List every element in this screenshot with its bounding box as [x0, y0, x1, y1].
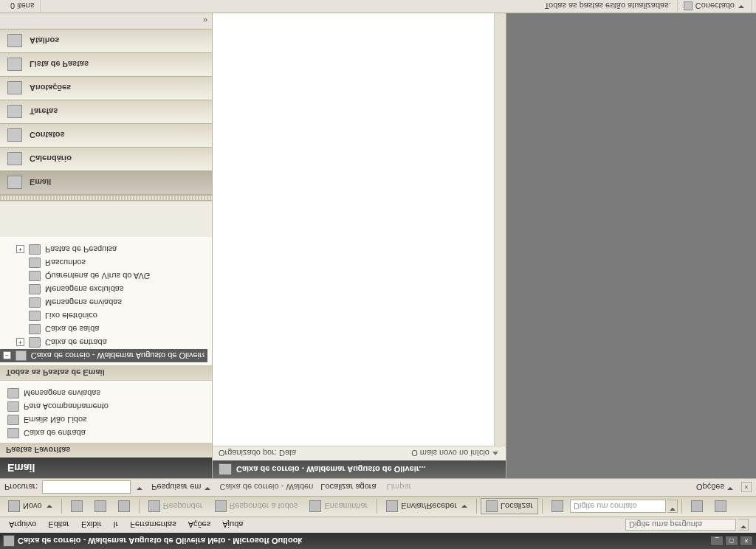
- print-button[interactable]: [66, 499, 88, 515]
- minimize-button[interactable]: _: [710, 536, 724, 546]
- stack-configure[interactable]: »: [0, 13, 212, 30]
- status-item-count: 0 itens: [4, 0, 41, 13]
- search-in-label: Pesquisar em: [151, 483, 201, 492]
- menu-ferramentas[interactable]: Ferramentas: [124, 519, 182, 531]
- favorite-label: Para Acompanhamento: [24, 402, 109, 411]
- status-updated: Todas as pastas estão atualizadas.: [539, 0, 678, 13]
- resize-gripper[interactable]: [0, 195, 212, 201]
- help-button[interactable]: [686, 499, 708, 515]
- favorite-sent[interactable]: Mensagens enviadas: [4, 387, 207, 400]
- contact-dropdown-icon[interactable]: [667, 500, 678, 514]
- reply-button[interactable]: Responder: [143, 499, 208, 515]
- status-bar: 0 itens Todas as pastas estão atualizada…: [0, 0, 756, 13]
- clear-button[interactable]: Limpar: [384, 482, 415, 494]
- help-search-input[interactable]: [625, 519, 736, 531]
- shortcuts-icon: [7, 35, 22, 48]
- favorite-label: Mensagens enviadas: [24, 389, 100, 398]
- separator: [61, 500, 62, 514]
- find-now-button[interactable]: Localizar agora: [317, 482, 379, 494]
- all-folders-title: Todas as Pastas de Email: [0, 365, 212, 380]
- folder-icon: [29, 284, 41, 294]
- menu-arquivo[interactable]: Arquivo: [3, 519, 42, 531]
- reply-label: Responder: [163, 503, 203, 511]
- delete-button[interactable]: [113, 499, 135, 515]
- options-label: Opções: [696, 483, 724, 492]
- help-search-dropdown-icon[interactable]: [738, 519, 749, 531]
- stack-contacts[interactable]: Contatos: [0, 124, 212, 148]
- maximize-button[interactable]: □: [725, 536, 738, 546]
- move-button[interactable]: [89, 499, 111, 515]
- search-folder-icon: [7, 401, 19, 412]
- stack-tasks[interactable]: Tarefas: [0, 100, 212, 124]
- folder-label: Pastas de Pesquisa: [45, 245, 117, 254]
- menu-ajuda[interactable]: Ajuda: [216, 519, 249, 531]
- contact-input[interactable]: Digite um contato: [570, 500, 666, 514]
- menu-exibir[interactable]: Exibir: [75, 519, 108, 531]
- stack-mail[interactable]: Email: [0, 171, 212, 195]
- stack-notes[interactable]: Anotações: [0, 77, 212, 100]
- forward-button[interactable]: Encaminhar: [304, 499, 373, 515]
- folder-search-folders[interactable]: +Pastas de Pesquisa: [13, 243, 207, 256]
- folder-inbox[interactable]: +Caixa de entrada: [13, 336, 207, 349]
- folder-label: Mensagens enviadas: [45, 298, 122, 307]
- find-close-button[interactable]: ×: [741, 483, 752, 493]
- folder-sent[interactable]: Mensagens enviadas: [13, 296, 207, 309]
- find-button[interactable]: Localizar: [481, 499, 538, 515]
- menu-bar: Arquivo Editar Exibir Ir Ferramentas Açõ…: [0, 517, 756, 533]
- collapse-icon[interactable]: −: [3, 352, 11, 360]
- folder-label: Caixa de saída: [45, 325, 99, 334]
- menu-acoes[interactable]: Ações: [182, 519, 217, 531]
- search-in-button[interactable]: Pesquisar em: [148, 482, 213, 494]
- options-button[interactable]: Opções: [693, 482, 737, 494]
- folder-junk[interactable]: Lixo eletrônico: [13, 309, 207, 322]
- chevron-down-icon: [738, 3, 745, 10]
- connection-icon: [684, 2, 693, 11]
- favorite-followup[interactable]: Para Acompanhamento: [4, 400, 207, 413]
- sort-newest: O mais novo no início: [411, 449, 489, 458]
- menu-editar[interactable]: Editar: [42, 519, 75, 531]
- folder-avg-quarantine[interactable]: Quarentena de Vírus do AVG: [13, 269, 207, 283]
- stack-folder-list[interactable]: Lista de Pastas: [0, 53, 212, 77]
- expand-icon[interactable]: +: [16, 246, 24, 254]
- find-input[interactable]: [42, 481, 131, 494]
- reply-all-button[interactable]: Responder a todos: [210, 499, 303, 515]
- close-button[interactable]: ×: [740, 536, 753, 546]
- chevron-down-icon[interactable]: [47, 504, 52, 510]
- favorite-unread[interactable]: Emails Não Lidos: [4, 413, 207, 427]
- arranged-by: Organizado por: Data: [219, 449, 296, 458]
- chevron-down-icon[interactable]: [461, 504, 467, 510]
- forward-icon: [309, 501, 321, 513]
- folder-icon: [7, 428, 19, 438]
- menu-ir[interactable]: Ir: [108, 519, 125, 531]
- separator: [681, 500, 682, 514]
- new-button[interactable]: Novo: [3, 499, 58, 515]
- find-bar: Procurar: Pesquisar em Caixa de correio …: [0, 478, 756, 496]
- folder-list-icon: [7, 58, 22, 72]
- folder-drafts[interactable]: Rascunhos: [13, 256, 207, 269]
- calendar-icon: [7, 153, 22, 166]
- find-input-dropdown-icon[interactable]: [135, 483, 144, 492]
- expand-icon[interactable]: +: [16, 339, 24, 347]
- folder-icon: [7, 388, 19, 398]
- favorite-inbox[interactable]: Caixa de entrada: [4, 427, 207, 440]
- spacer: [16, 312, 24, 320]
- flag-button[interactable]: [709, 499, 732, 515]
- separator: [377, 500, 377, 514]
- folder-deleted[interactable]: Mensagens excluídas: [13, 283, 207, 296]
- folder-root[interactable]: − Caixa de correio - Waldemar Augusto de…: [0, 349, 207, 362]
- stack-calendar[interactable]: Calendário: [0, 148, 212, 171]
- address-book-button[interactable]: [546, 499, 568, 515]
- status-connection[interactable]: Conectado: [678, 0, 752, 13]
- app-icon: [3, 535, 15, 547]
- chevron-down-icon: [726, 485, 734, 492]
- navigation-pane: Email Pastas Favoritas Caixa de entrada …: [0, 13, 213, 478]
- message-list[interactable]: [213, 13, 506, 446]
- stack-label: Atalhos: [30, 37, 59, 46]
- send-receive-button[interactable]: Enviar/Receber: [381, 499, 472, 515]
- mailbox-icon: [219, 463, 232, 475]
- folder-outbox[interactable]: Caixa de saída: [13, 322, 207, 336]
- scrollbar[interactable]: [494, 13, 506, 446]
- stack-shortcuts[interactable]: Atalhos: [0, 30, 212, 53]
- folder-icon: [29, 258, 41, 268]
- arrange-bar[interactable]: Organizado por: Data O mais novo no iníc…: [213, 446, 506, 460]
